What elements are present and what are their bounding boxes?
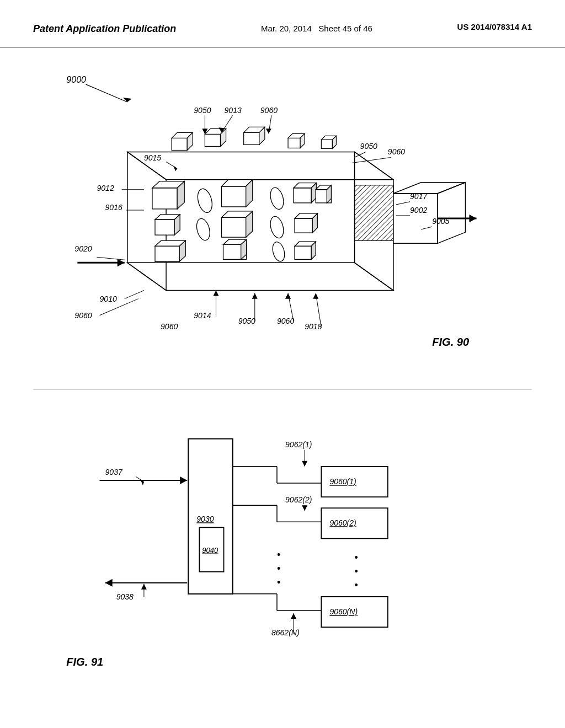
svg-line-75 <box>352 158 391 163</box>
label-9060-5: 9060 <box>277 317 294 325</box>
svg-point-61 <box>271 240 287 263</box>
svg-point-47 <box>194 217 212 242</box>
svg-marker-106 <box>302 461 307 467</box>
svg-line-70 <box>222 115 233 132</box>
publication-date-sheet: Mar. 20, 2014 Sheet 45 of 46 <box>261 22 372 35</box>
svg-marker-14 <box>469 215 476 222</box>
label-9020: 9020 <box>74 244 92 253</box>
label-8662-N: 8662(N) <box>271 628 300 637</box>
label-9012: 9012 <box>97 184 114 192</box>
svg-marker-4 <box>127 152 393 180</box>
label-9015: 9015 <box>144 153 161 162</box>
svg-marker-94 <box>180 477 187 484</box>
patent-page: Patent Application Publication Mar. 20, … <box>0 0 565 728</box>
svg-rect-15 <box>172 138 187 151</box>
label-9014: 9014 <box>194 311 211 320</box>
label-9050-3: 9050 <box>238 317 255 325</box>
svg-rect-34 <box>222 186 246 207</box>
svg-marker-112 <box>302 505 307 511</box>
svg-rect-6 <box>355 185 393 240</box>
dots-line-3: • <box>277 577 280 588</box>
svg-rect-18 <box>205 135 220 147</box>
label-9060-2: 9060 <box>388 148 405 157</box>
svg-marker-84 <box>213 291 218 296</box>
svg-marker-2 <box>127 263 393 291</box>
svg-line-81 <box>125 291 144 299</box>
svg-marker-98 <box>105 579 113 587</box>
svg-rect-30 <box>152 188 177 209</box>
page-header: Patent Application Publication Mar. 20, … <box>0 0 565 47</box>
label-9060-N: 9060(N) <box>329 607 358 616</box>
dots-1: • <box>355 552 358 563</box>
label-9050-2: 9050 <box>360 142 377 151</box>
fig90-diagram-area: 9000 <box>33 47 532 389</box>
label-9060-3: 9060 <box>74 311 92 320</box>
svg-marker-73 <box>266 129 271 133</box>
svg-marker-100 <box>141 584 147 590</box>
label-9060-1: 9060 <box>260 106 278 115</box>
label-9038: 9038 <box>116 592 134 601</box>
label-9002: 9002 <box>410 206 427 215</box>
svg-marker-96 <box>140 479 144 485</box>
svg-line-0 <box>86 84 127 102</box>
label-9010: 9010 <box>100 295 117 303</box>
label-9060-1: 9060(1) <box>329 477 356 486</box>
label-9060-4: 9060 <box>161 322 178 331</box>
svg-rect-38 <box>294 188 311 203</box>
svg-marker-86 <box>252 293 258 299</box>
label-9062-1: 9062(1) <box>285 440 312 449</box>
fig91-diagram-area: 9030 9040 9037 9038 9060(1) <box>33 389 532 709</box>
fig91-svg: 9030 9040 9037 9038 9060(1) <box>33 390 532 709</box>
label-9037: 9037 <box>105 468 123 477</box>
svg-rect-62 <box>295 246 311 259</box>
svg-rect-55 <box>155 246 179 261</box>
label-9000: 9000 <box>66 74 86 84</box>
svg-rect-27 <box>321 140 332 149</box>
svg-rect-48 <box>222 217 246 237</box>
svg-marker-67 <box>173 166 177 172</box>
label-9017: 9017 <box>410 192 428 201</box>
svg-marker-1 <box>123 98 132 102</box>
label-9005: 9005 <box>432 217 449 226</box>
svg-marker-88 <box>285 293 291 299</box>
label-9040: 9040 <box>202 546 218 554</box>
dots-3: • <box>355 580 358 591</box>
label-9030: 9030 <box>196 515 214 523</box>
svg-point-33 <box>195 188 215 215</box>
patent-number: US 2014/078314 A1 <box>457 22 532 31</box>
label-9050-1: 9050 <box>194 106 211 115</box>
svg-point-37 <box>268 186 286 211</box>
svg-marker-9 <box>393 183 466 194</box>
label-9060-2: 9060(2) <box>329 518 356 527</box>
dots-line-1: • <box>277 549 280 560</box>
fig90-label: FIG. 90 <box>432 336 469 348</box>
svg-line-80 <box>97 257 125 260</box>
svg-point-51 <box>268 215 286 240</box>
svg-rect-44 <box>155 220 174 235</box>
label-9016: 9016 <box>105 203 122 212</box>
fig90-svg: 9000 <box>33 47 532 389</box>
svg-marker-90 <box>313 293 318 299</box>
fig91-label: FIG. 91 <box>66 656 103 668</box>
svg-rect-24 <box>288 138 300 148</box>
svg-marker-118 <box>291 613 296 619</box>
svg-rect-8 <box>393 194 438 243</box>
svg-rect-52 <box>295 218 312 233</box>
label-9013: 9013 <box>225 106 242 115</box>
dots-line-2: • <box>277 563 280 574</box>
label-9062-2: 9062(2) <box>285 495 312 504</box>
label-9018: 9018 <box>305 322 322 331</box>
publication-title: Patent Application Publication <box>33 22 176 36</box>
dots-2: • <box>355 566 358 577</box>
svg-rect-21 <box>244 132 259 144</box>
svg-marker-10 <box>438 183 465 243</box>
